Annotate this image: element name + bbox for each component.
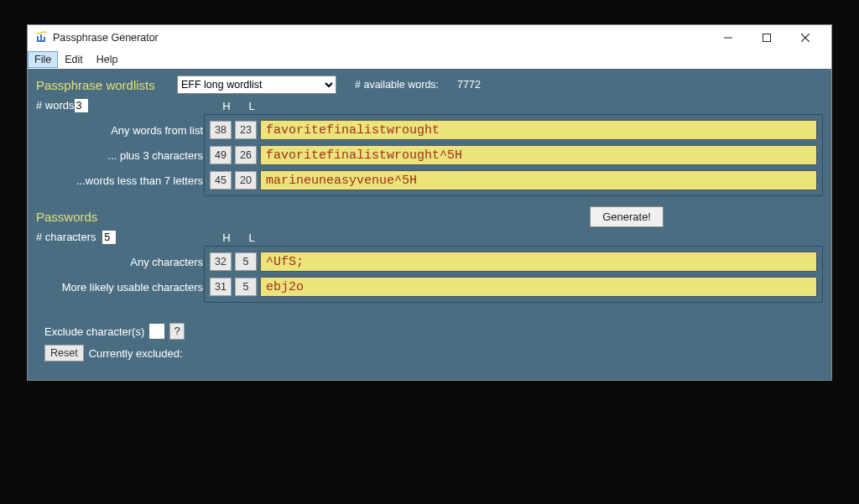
window-title: Passphrase Generator bbox=[53, 32, 709, 44]
password-row-1-h: 31 bbox=[210, 278, 232, 296]
password-row-1-label: More likely usable characters bbox=[42, 281, 210, 294]
app-window: Passphrase Generator File Edit Help Pass… bbox=[27, 24, 832, 381]
menu-file[interactable]: File bbox=[28, 51, 58, 68]
password-row-1: More likely usable characters 31 5 ebj2o bbox=[42, 277, 817, 297]
passphrase-row-2-h: 45 bbox=[210, 171, 232, 190]
passwords-label: Passwords bbox=[36, 210, 177, 224]
passphrase-row-1-output[interactable]: favoritefinalistwrought^5H bbox=[260, 145, 817, 165]
words-h-header: H bbox=[214, 100, 239, 112]
reset-row: Reset Currently excluded: bbox=[36, 345, 823, 361]
passphrase-row-1-l: 26 bbox=[235, 146, 257, 164]
exclude-input[interactable] bbox=[149, 324, 164, 339]
passphrase-row-0: Any words from list 38 23 favoritefinali… bbox=[42, 120, 817, 140]
password-row-1-l: 5 bbox=[235, 278, 257, 296]
generate-button[interactable]: Generate! bbox=[590, 206, 664, 227]
passphrase-row-2: ...words less than 7 letters 45 20 marin… bbox=[42, 170, 817, 190]
passphrase-row-1-label: ... plus 3 characters bbox=[42, 149, 210, 162]
words-l-header: L bbox=[239, 100, 264, 112]
password-row-0-h: 32 bbox=[210, 252, 232, 271]
password-row-0: Any characters 32 5 ^UfS; bbox=[42, 252, 817, 272]
currently-excluded-label: Currently excluded: bbox=[89, 347, 183, 360]
wordlist-row: Passphrase wordlists EFF long wordlist #… bbox=[36, 75, 823, 94]
exclude-label: Exclude character(s) bbox=[44, 325, 144, 338]
available-words-value: 7772 bbox=[457, 79, 481, 91]
titlebar: Passphrase Generator bbox=[28, 25, 831, 50]
passphrase-row-1-h: 49 bbox=[210, 146, 232, 164]
password-row-1-output[interactable]: ebj2o bbox=[260, 277, 817, 297]
char-count-label: # characters bbox=[36, 231, 96, 243]
passwords-h-header: H bbox=[214, 231, 239, 244]
passphrase-row-0-output[interactable]: favoritefinalistwrought bbox=[260, 120, 817, 140]
reset-button[interactable]: Reset bbox=[44, 345, 84, 361]
password-row-0-l: 5 bbox=[235, 252, 257, 271]
passwords-l-header: L bbox=[239, 231, 264, 244]
passphrase-row-0-label: Any words from list bbox=[42, 124, 210, 137]
passphrase-row-0-h: 38 bbox=[210, 121, 232, 139]
main-panel: Passphrase wordlists EFF long wordlist #… bbox=[28, 69, 831, 380]
exclude-row: Exclude character(s) ? bbox=[36, 323, 823, 340]
window-controls bbox=[709, 25, 825, 50]
password-group: Any characters 32 5 ^UfS; More likely us… bbox=[204, 246, 823, 303]
passphrase-group: Any words from list 38 23 favoritefinali… bbox=[204, 114, 823, 196]
menu-edit[interactable]: Edit bbox=[58, 51, 90, 68]
passphrase-row-2-label: ...words less than 7 letters bbox=[42, 174, 210, 187]
minimize-button[interactable] bbox=[709, 25, 747, 50]
wordlist-select[interactable]: EFF long wordlist bbox=[177, 75, 336, 94]
menubar: File Edit Help bbox=[28, 50, 831, 69]
word-count-label: # words bbox=[36, 99, 75, 112]
char-count-input[interactable] bbox=[102, 231, 116, 244]
password-row-0-label: Any characters bbox=[42, 256, 210, 268]
passwords-header-row: Passwords Generate! bbox=[36, 206, 823, 227]
passphrase-row-1: ... plus 3 characters 49 26 favoritefina… bbox=[42, 145, 817, 165]
passphrase-row-2-output[interactable]: marineuneasyvenue^5H bbox=[260, 170, 817, 190]
exclude-help-button[interactable]: ? bbox=[169, 323, 185, 340]
wordlists-label: Passphrase wordlists bbox=[36, 78, 177, 92]
passphrase-row-2-l: 20 bbox=[235, 171, 257, 190]
maximize-button[interactable] bbox=[747, 25, 786, 50]
close-button[interactable] bbox=[786, 25, 825, 50]
svg-rect-1 bbox=[763, 34, 771, 42]
word-count-row: # words H L bbox=[36, 99, 823, 112]
char-count-row: # characters H L bbox=[36, 231, 823, 244]
app-icon bbox=[34, 31, 48, 44]
passphrase-row-0-l: 23 bbox=[235, 121, 257, 139]
available-words-label: # available words: bbox=[355, 79, 439, 91]
password-row-0-output[interactable]: ^UfS; bbox=[260, 252, 817, 272]
menu-help[interactable]: Help bbox=[90, 51, 125, 68]
word-count-input[interactable] bbox=[75, 99, 88, 112]
